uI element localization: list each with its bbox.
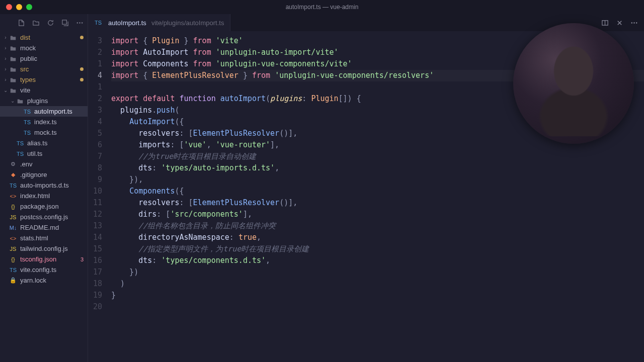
line-number: 5 xyxy=(88,128,102,139)
code-line[interactable]: }), xyxy=(111,174,644,186)
tree-item-tailwind-config-js[interactable]: JStailwind.config.js xyxy=(0,243,88,254)
ts-icon: TS xyxy=(23,108,31,116)
tree-item-src[interactable]: ›src xyxy=(0,64,88,74)
folder-icon xyxy=(16,97,24,105)
code-line[interactable]: directoryAsNamespace: true, xyxy=(111,232,644,243)
new-file-icon[interactable] xyxy=(18,19,25,27)
line-number: 20 xyxy=(88,301,102,313)
code-line[interactable]: } xyxy=(111,290,644,301)
md-icon: M↓ xyxy=(9,224,17,232)
tree-item-label: tailwind.config.js xyxy=(20,245,84,252)
maximize-window-button[interactable] xyxy=(26,4,32,10)
tree-item-vite[interactable]: ⌄vite xyxy=(0,85,88,96)
ts-icon: TS xyxy=(9,182,17,190)
tab-path: vite/plugins/autoImport.ts xyxy=(151,19,224,27)
tree-item-label: auto-imports.d.ts xyxy=(20,182,84,189)
tree-item-mock[interactable]: ›mock xyxy=(0,43,88,53)
tree-item-label: vite xyxy=(20,86,84,94)
typescript-icon: TS xyxy=(94,19,102,27)
ts-icon: TS xyxy=(23,129,31,137)
chevron-icon: › xyxy=(2,66,9,72)
tree-item-label: types xyxy=(20,76,77,83)
tree-item-label: postcss.config.js xyxy=(20,213,84,221)
git-modified-dot xyxy=(80,36,84,39)
tree-item-package-json[interactable]: {}package.json xyxy=(0,201,88,212)
window-title: autoImport.ts — vue-admin xyxy=(286,4,359,11)
chevron-icon: ⌄ xyxy=(2,87,9,93)
file-explorer-sidebar: ›dist›mock›public›src›types⌄vite⌄plugins… xyxy=(0,14,88,362)
line-number: 19 xyxy=(88,290,102,301)
collapse-all-icon[interactable] xyxy=(61,19,69,27)
line-number: 12 xyxy=(88,209,102,220)
line-number: 7 xyxy=(88,151,102,162)
tree-item-postcss-config-js[interactable]: JSpostcss.config.js xyxy=(0,212,88,222)
code-line[interactable]: //组件名称包含目录，防止同名组件冲突 xyxy=(111,220,644,232)
tree-item-label: package.json xyxy=(20,203,84,210)
refresh-icon[interactable] xyxy=(47,19,54,27)
json-icon: {} xyxy=(9,255,17,263)
line-number: 3 xyxy=(88,35,102,47)
tree-item-alias-ts[interactable]: TSalias.ts xyxy=(0,138,88,148)
tree-item-tsconfig-json[interactable]: {}tsconfig.json3 xyxy=(0,254,88,264)
line-number: 16 xyxy=(88,255,102,266)
tree-item-index-ts[interactable]: TSindex.ts xyxy=(0,117,88,127)
svg-point-2 xyxy=(79,22,80,23)
line-number: 10 xyxy=(88,186,102,197)
code-line[interactable]: dts: 'types/auto-imports.d.ts', xyxy=(111,162,644,174)
line-number: 8 xyxy=(88,162,102,174)
ts-icon: TS xyxy=(9,266,17,274)
folder-icon xyxy=(9,44,17,52)
tree-item-public[interactable]: ›public xyxy=(0,53,88,64)
tree-item-label: util.ts xyxy=(27,150,84,157)
file-tree[interactable]: ›dist›mock›public›src›types⌄vite⌄plugins… xyxy=(0,31,88,362)
tree-item-yarn-lock[interactable]: 🔒yarn.lock xyxy=(0,275,88,286)
code-line[interactable]: //为true时在项目根目录自动创建 xyxy=(111,151,644,162)
tree-item-plugins[interactable]: ⌄plugins xyxy=(0,96,88,106)
folder-icon xyxy=(9,65,17,73)
tree-item--gitignore[interactable]: ◆.gitignore xyxy=(0,169,88,180)
line-number: 1 xyxy=(88,81,102,93)
line-number: 2 xyxy=(88,47,102,58)
line-number: 17 xyxy=(88,266,102,278)
tree-item-label: .env xyxy=(20,160,84,168)
tree-item-types[interactable]: ›types xyxy=(0,74,88,85)
tree-item-dist[interactable]: ›dist xyxy=(0,32,88,43)
tree-item--env[interactable]: ⚙.env xyxy=(0,159,88,169)
close-window-button[interactable] xyxy=(6,4,12,10)
git-modified-dot xyxy=(80,67,84,71)
tree-item-label: mock.ts xyxy=(34,129,84,136)
tree-item-readme-md[interactable]: M↓README.md xyxy=(0,222,88,233)
line-number: 2 xyxy=(88,93,102,105)
tree-item-stats-html[interactable]: <>stats.html xyxy=(0,233,88,243)
code-line[interactable]: dirs: ['src/components'], xyxy=(111,209,644,220)
code-line[interactable]: resolvers: [ElementPlusResolver()], xyxy=(111,197,644,209)
tab-filename: autoImport.ts xyxy=(108,19,146,27)
new-folder-icon[interactable] xyxy=(32,19,40,27)
tree-item-label: stats.html xyxy=(20,234,84,242)
editor-tab-autoimport[interactable]: TS autoImport.ts vite/plugins/autoImport… xyxy=(88,14,230,31)
minimize-window-button[interactable] xyxy=(16,4,22,10)
more-icon[interactable] xyxy=(76,19,84,27)
tree-item-label: src xyxy=(20,65,77,73)
code-line[interactable]: dts: 'types/components.d.ts', xyxy=(111,255,644,266)
window-controls xyxy=(0,4,32,10)
code-line[interactable]: }) xyxy=(111,266,644,278)
close-tab-icon[interactable] xyxy=(616,19,623,27)
git-modified-dot xyxy=(80,78,84,81)
split-editor-icon[interactable] xyxy=(601,19,609,27)
tree-item-label: autoImport.ts xyxy=(34,108,84,115)
code-line[interactable]: ) xyxy=(111,278,644,290)
tree-item-util-ts[interactable]: TSutil.ts xyxy=(0,148,88,159)
tree-item-autoimport-ts[interactable]: TSautoImport.ts xyxy=(0,106,88,117)
tree-item-label: index.html xyxy=(20,192,84,200)
code-line[interactable]: Components({ xyxy=(111,186,644,197)
more-actions-icon[interactable] xyxy=(630,19,638,27)
line-number: 11 xyxy=(88,197,102,209)
code-line[interactable] xyxy=(111,301,644,313)
code-line[interactable]: //指定类型声明文件，为true时在项目根目录创建 xyxy=(111,243,644,255)
tree-item-auto-imports-d-ts[interactable]: TSauto-imports.d.ts xyxy=(0,180,88,191)
tree-item-vite-config-ts[interactable]: TSvite.config.ts xyxy=(0,264,88,275)
folder-icon xyxy=(9,34,17,42)
tree-item-mock-ts[interactable]: TSmock.ts xyxy=(0,127,88,138)
tree-item-index-html[interactable]: <>index.html xyxy=(0,191,88,201)
